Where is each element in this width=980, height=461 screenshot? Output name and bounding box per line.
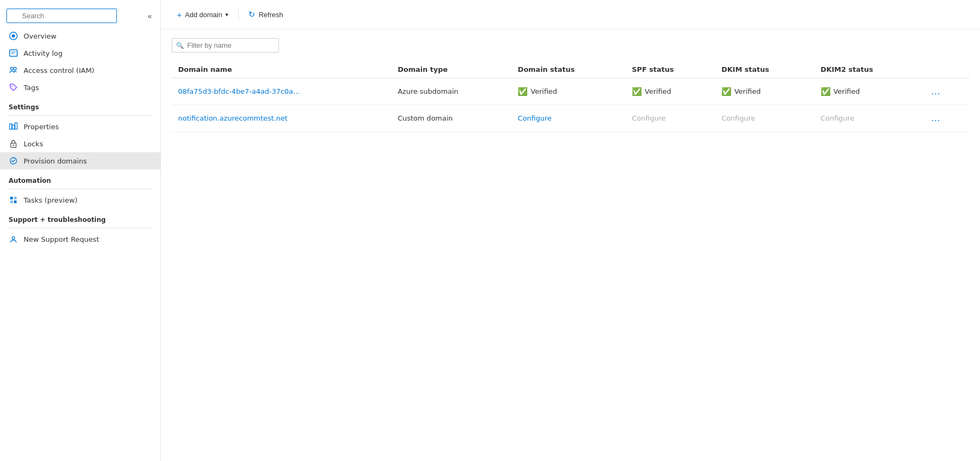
cell-dkim-status: Configure bbox=[715, 105, 814, 132]
svg-point-10 bbox=[13, 145, 14, 146]
add-domain-label: Add domain bbox=[185, 11, 222, 19]
table-header-row: Domain name Domain type Domain status SP… bbox=[172, 61, 969, 78]
verified-badge: ✅Verified bbox=[518, 87, 557, 96]
svg-rect-2 bbox=[10, 50, 17, 56]
col-dkim-status: DKIM status bbox=[715, 61, 814, 78]
cell-dkim2-status: ✅Verified bbox=[814, 78, 921, 105]
row-ellipsis-button[interactable]: … bbox=[927, 85, 944, 98]
cell-domain-type: Azure subdomain bbox=[391, 78, 511, 105]
configure-link[interactable]: Configure bbox=[518, 114, 551, 122]
refresh-button[interactable]: ↻ Refresh bbox=[243, 6, 289, 23]
svg-point-3 bbox=[11, 68, 13, 70]
verified-icon: ✅ bbox=[518, 87, 528, 96]
settings-section-label: Settings bbox=[0, 96, 160, 113]
col-domain-name: Domain name bbox=[172, 61, 391, 78]
table-row: notification.azurecommtest.netCustom dom… bbox=[172, 105, 969, 132]
sidebar-item-iam[interactable]: Access control (IAM) bbox=[0, 62, 160, 79]
sidebar-item-new-support-label: New Support Request bbox=[24, 235, 99, 243]
sidebar-item-provision-domains[interactable]: Provision domains bbox=[0, 152, 160, 169]
dkim2-verified-badge: ✅Verified bbox=[821, 87, 860, 96]
cell-domain-name: notification.azurecommtest.net bbox=[172, 105, 391, 132]
main-content: + Add domain ▾ ↻ Refresh 🔍 Domain name D… bbox=[161, 0, 980, 461]
dkim-verified-icon: ✅ bbox=[721, 87, 732, 96]
search-input[interactable] bbox=[6, 9, 117, 23]
filter-input-wrapper: 🔍 bbox=[172, 38, 279, 53]
table-row: 08fa75d3-bfdc-4be7-a4ad-37c0a...Azure su… bbox=[172, 78, 969, 105]
sidebar-item-new-support[interactable]: New Support Request bbox=[0, 230, 160, 248]
svg-rect-13 bbox=[14, 197, 17, 199]
sidebar-item-tasks[interactable]: Tasks (preview) bbox=[0, 191, 160, 209]
spf-verified-icon: ✅ bbox=[632, 87, 642, 96]
sidebar-item-tasks-label: Tasks (preview) bbox=[24, 196, 77, 204]
row-ellipsis-button[interactable]: … bbox=[927, 111, 944, 125]
filter-bar: 🔍 bbox=[172, 38, 969, 53]
svg-point-1 bbox=[12, 34, 15, 38]
svg-rect-15 bbox=[14, 200, 17, 203]
sidebar-item-overview[interactable]: Overview bbox=[0, 27, 160, 44]
support-divider bbox=[9, 228, 152, 228]
cell-row-actions: … bbox=[921, 78, 969, 105]
col-spf-status: SPF status bbox=[625, 61, 715, 78]
sidebar-item-properties-label: Properties bbox=[24, 123, 59, 131]
sidebar-item-tags[interactable]: Tags bbox=[0, 79, 160, 96]
dkim-configure-text: Configure bbox=[721, 114, 755, 122]
support-section-label: Support + troubleshooting bbox=[0, 209, 160, 226]
overview-icon bbox=[9, 31, 18, 41]
domain-table: Domain name Domain type Domain status SP… bbox=[172, 61, 969, 132]
cell-domain-name: 08fa75d3-bfdc-4be7-a4ad-37c0a... bbox=[172, 78, 391, 105]
collapse-button[interactable]: « bbox=[145, 10, 154, 23]
sidebar-search-area: 🔍 « bbox=[0, 4, 160, 27]
refresh-icon: ↻ bbox=[248, 10, 255, 19]
domain-name-link[interactable]: 08fa75d3-bfdc-4be7-a4ad-37c0a... bbox=[178, 87, 300, 95]
sidebar-item-iam-label: Access control (IAM) bbox=[24, 66, 94, 75]
sidebar-item-locks[interactable]: Locks bbox=[0, 135, 160, 152]
svg-rect-7 bbox=[12, 125, 14, 129]
spf-configure-text: Configure bbox=[632, 114, 666, 122]
content-area: 🔍 Domain name Domain type Domain status … bbox=[161, 29, 980, 461]
locks-icon bbox=[9, 139, 18, 148]
sidebar-item-locks-label: Locks bbox=[24, 140, 43, 148]
add-icon: + bbox=[177, 10, 182, 19]
dkim-verified-badge: ✅Verified bbox=[721, 87, 761, 96]
spf-verified-badge: ✅Verified bbox=[632, 87, 671, 96]
search-wrapper: 🔍 bbox=[6, 9, 142, 23]
add-domain-button[interactable]: + Add domain ▾ bbox=[172, 7, 234, 23]
svg-rect-12 bbox=[10, 197, 13, 199]
provision-icon bbox=[9, 156, 18, 166]
domain-name-link[interactable]: notification.azurecommtest.net bbox=[178, 114, 288, 122]
cell-domain-status: ✅Verified bbox=[511, 78, 625, 105]
automation-section-label: Automation bbox=[0, 169, 160, 187]
svg-rect-14 bbox=[10, 200, 13, 203]
col-actions bbox=[921, 61, 969, 78]
cell-dkim-status: ✅Verified bbox=[715, 78, 814, 105]
svg-point-4 bbox=[14, 68, 17, 70]
tags-icon bbox=[9, 83, 18, 92]
toolbar: + Add domain ▾ ↻ Refresh bbox=[161, 0, 980, 29]
sidebar-item-overview-label: Overview bbox=[24, 32, 56, 40]
col-domain-type: Domain type bbox=[391, 61, 511, 78]
toolbar-separator bbox=[238, 9, 239, 20]
cell-row-actions: … bbox=[921, 105, 969, 132]
cell-spf-status: ✅Verified bbox=[625, 78, 715, 105]
svg-point-16 bbox=[12, 237, 15, 240]
sidebar: 🔍 « Overview Activity log Access control… bbox=[0, 0, 161, 461]
dkim2-configure-text: Configure bbox=[821, 114, 854, 122]
filter-search-icon: 🔍 bbox=[176, 42, 184, 49]
activity-icon bbox=[9, 48, 18, 58]
support-icon bbox=[9, 234, 18, 244]
tasks-icon bbox=[9, 195, 18, 205]
svg-rect-6 bbox=[10, 124, 12, 129]
add-domain-chevron-icon: ▾ bbox=[225, 11, 229, 18]
sidebar-item-provision-domains-label: Provision domains bbox=[24, 157, 87, 165]
col-domain-status: Domain status bbox=[511, 61, 625, 78]
refresh-label: Refresh bbox=[259, 11, 283, 19]
filter-input[interactable] bbox=[172, 38, 279, 53]
cell-spf-status: Configure bbox=[625, 105, 715, 132]
svg-rect-8 bbox=[15, 123, 17, 129]
iam-icon bbox=[9, 65, 18, 75]
sidebar-item-tags-label: Tags bbox=[24, 84, 39, 92]
col-dkim2-status: DKIM2 status bbox=[814, 61, 921, 78]
sidebar-item-activity-log[interactable]: Activity log bbox=[0, 44, 160, 62]
sidebar-item-properties[interactable]: Properties bbox=[0, 118, 160, 135]
settings-divider bbox=[9, 115, 152, 116]
